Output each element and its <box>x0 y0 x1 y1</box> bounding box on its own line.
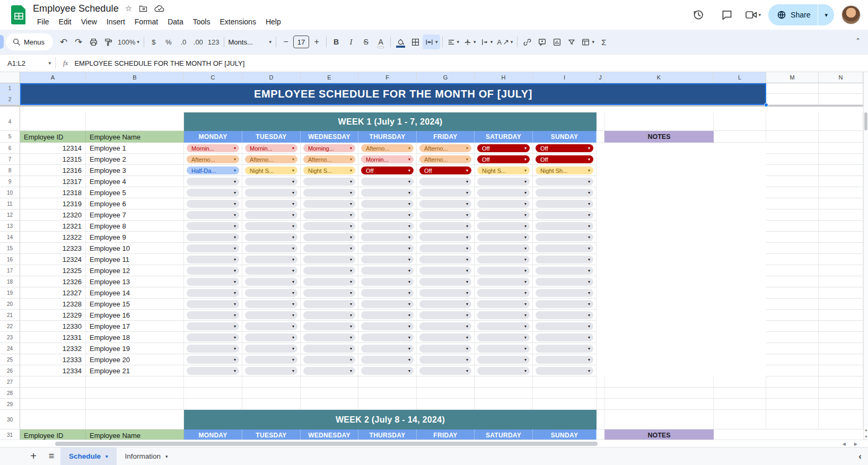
horizontal-scrollbar[interactable]: ◀ ▶ <box>0 440 868 447</box>
employee-id-cell[interactable]: 12333 <box>20 354 86 365</box>
shift-cell[interactable]: Morning...▾ <box>301 143 358 154</box>
shift-dropdown-empty[interactable]: ▾ <box>361 311 414 319</box>
cell[interactable] <box>714 209 766 221</box>
shift-cell[interactable]: ▾ <box>475 310 533 321</box>
shift-cell[interactable]: ▾ <box>242 343 301 354</box>
shift-cell[interactable]: ▾ <box>184 287 242 299</box>
shift-dropdown-empty[interactable]: ▾ <box>187 367 239 375</box>
shift-cell[interactable]: ▾ <box>301 365 358 376</box>
shift-cell[interactable]: ▾ <box>358 354 417 365</box>
shift-dropdown-empty[interactable]: ▾ <box>361 289 414 297</box>
cell[interactable] <box>819 143 863 154</box>
notes-cell[interactable] <box>604 176 714 187</box>
shift-cell[interactable]: ▾ <box>475 321 533 332</box>
shift-dropdown-empty[interactable]: ▾ <box>245 244 297 252</box>
shift-dropdown-empty[interactable]: ▾ <box>245 256 297 264</box>
cell[interactable] <box>417 399 475 410</box>
cell[interactable] <box>533 399 597 410</box>
shift-dropdown-empty[interactable]: ▾ <box>187 300 239 308</box>
shift-cell[interactable]: Night S...▾ <box>301 165 358 176</box>
cell[interactable] <box>766 143 819 154</box>
shift-dropdown-empty[interactable]: ▾ <box>187 211 239 219</box>
cell[interactable] <box>766 332 819 343</box>
cell[interactable] <box>766 154 819 165</box>
shift-cell[interactable]: ▾ <box>242 243 301 254</box>
notes-cell[interactable] <box>604 154 714 165</box>
avatar[interactable] <box>841 5 861 24</box>
insert-link-button[interactable] <box>520 34 534 49</box>
cell[interactable] <box>358 376 417 388</box>
shift-dropdown-empty[interactable]: ▾ <box>303 289 355 297</box>
cell[interactable] <box>301 388 358 399</box>
menu-data[interactable]: Data <box>163 16 188 27</box>
shift-dropdown-empty[interactable]: ▾ <box>477 211 530 219</box>
cell[interactable] <box>766 321 819 332</box>
notes-cell[interactable] <box>604 143 714 154</box>
column-header-G[interactable]: G <box>417 72 475 83</box>
shift-dropdown-empty[interactable]: ▾ <box>361 267 414 275</box>
share-dropdown[interactable]: ▾ <box>818 4 834 25</box>
cell[interactable] <box>597 154 604 165</box>
shift-cell[interactable]: Half-Da...▾ <box>184 165 242 176</box>
cell[interactable] <box>819 365 863 376</box>
cell[interactable] <box>597 232 604 243</box>
shift-cell[interactable]: ▾ <box>358 299 417 310</box>
cell[interactable] <box>20 399 86 410</box>
employee-id-cell[interactable]: 12314 <box>20 143 86 154</box>
shift-cell[interactable]: ▾ <box>301 232 358 243</box>
menus-search-button[interactable]: Menus <box>6 33 53 50</box>
shift-dropdown-afternoon[interactable]: Afterno...▾ <box>303 155 355 163</box>
notes-cell[interactable] <box>604 321 714 332</box>
shift-cell[interactable]: ▾ <box>358 187 417 198</box>
shift-dropdown-empty[interactable]: ▾ <box>187 334 239 341</box>
shift-cell[interactable]: ▾ <box>475 276 533 287</box>
notes-cell[interactable] <box>604 165 714 176</box>
shift-cell[interactable]: ▾ <box>301 254 358 265</box>
notes-cell[interactable] <box>604 310 714 321</box>
cell[interactable] <box>242 376 301 388</box>
shift-cell[interactable]: ▾ <box>533 354 597 365</box>
employee-id-cell[interactable]: 12320 <box>20 209 86 221</box>
shift-dropdown-empty[interactable]: ▾ <box>477 267 530 275</box>
borders-button[interactable] <box>408 34 423 49</box>
shift-dropdown-empty[interactable]: ▾ <box>361 178 414 186</box>
format-currency-button[interactable]: $ <box>146 34 161 49</box>
cell[interactable] <box>20 410 86 429</box>
shift-dropdown-empty[interactable]: ▾ <box>303 345 355 353</box>
shift-cell[interactable]: ▾ <box>533 321 597 332</box>
cell[interactable] <box>766 176 819 187</box>
shift-cell[interactable]: ▾ <box>301 332 358 343</box>
row-header-23[interactable]: 23 <box>0 332 20 343</box>
row-header-31[interactable]: 31 <box>0 429 20 440</box>
cell[interactable] <box>597 112 604 131</box>
shift-dropdown-off[interactable]: Off▾ <box>477 144 530 152</box>
row-header-4[interactable]: 4 <box>0 112 20 131</box>
cell[interactable] <box>242 388 301 399</box>
shift-cell[interactable]: ▾ <box>242 232 301 243</box>
shift-cell[interactable]: ▾ <box>242 276 301 287</box>
employee-id-cell[interactable]: 12317 <box>20 176 86 187</box>
cell[interactable] <box>597 176 604 187</box>
shift-cell[interactable]: ▾ <box>533 209 597 221</box>
shift-dropdown-empty[interactable]: ▾ <box>303 356 355 364</box>
shift-dropdown-empty[interactable]: ▾ <box>303 178 355 186</box>
shift-dropdown-empty[interactable]: ▾ <box>245 322 297 330</box>
shift-cell[interactable]: ▾ <box>358 254 417 265</box>
shift-cell[interactable]: Off▾ <box>358 165 417 176</box>
cell[interactable] <box>597 131 604 143</box>
shift-cell[interactable]: ▾ <box>475 254 533 265</box>
cell[interactable] <box>714 354 766 365</box>
scroll-left-icon[interactable]: ◀ <box>843 442 846 446</box>
shift-cell[interactable]: Night S...▾ <box>475 165 533 176</box>
shift-cell[interactable]: ▾ <box>242 354 301 365</box>
all-sheets-button[interactable]: ≡ <box>42 448 60 465</box>
tab-schedule[interactable]: Schedule▾ <box>60 448 117 465</box>
shift-dropdown-empty[interactable]: ▾ <box>303 278 355 286</box>
shift-cell[interactable]: Off▾ <box>417 165 475 176</box>
shift-dropdown-empty[interactable]: ▾ <box>477 244 530 252</box>
shift-dropdown-empty[interactable]: ▾ <box>419 311 471 319</box>
cell[interactable] <box>714 321 766 332</box>
shift-dropdown-empty[interactable]: ▾ <box>419 189 471 197</box>
cell[interactable] <box>714 299 766 310</box>
notes-cell[interactable] <box>604 365 714 376</box>
